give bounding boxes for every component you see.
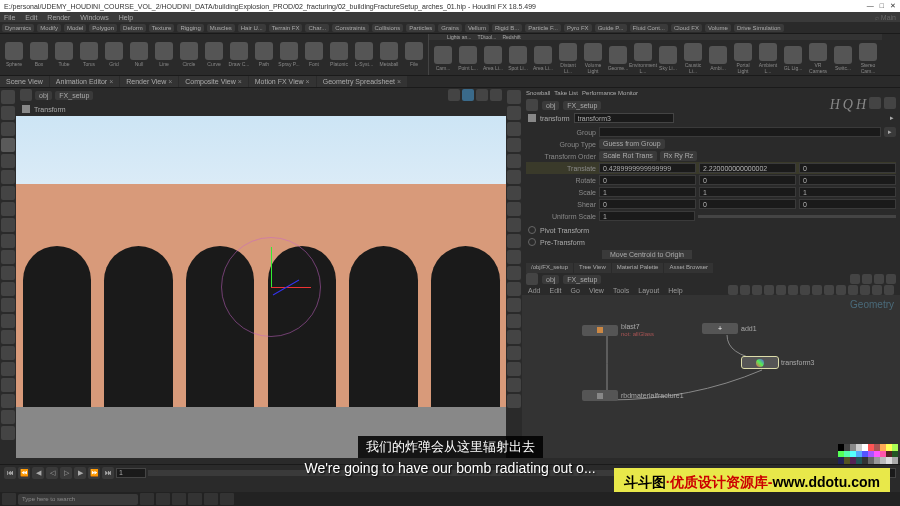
node-add[interactable]: + add1 [702, 323, 757, 334]
rotate-y[interactable] [699, 175, 796, 185]
move-centroid-button[interactable]: Move Centroid to Origin [602, 250, 692, 259]
timeline-first[interactable]: ⏮ [4, 467, 16, 479]
color-swatch[interactable] [892, 451, 898, 458]
timeline-next[interactable]: ▶ [74, 467, 86, 479]
shelf-light-2[interactable]: Area Li... [481, 43, 505, 74]
shelf-grid[interactable]: Grid [102, 36, 126, 73]
ntool-icon-5[interactable] [788, 285, 798, 295]
taskbar-app[interactable] [204, 493, 218, 505]
shelf-light-1[interactable]: Point L... [456, 43, 480, 74]
vtool-14[interactable] [507, 314, 521, 328]
color-palette[interactable] [838, 444, 898, 464]
taskbar-app[interactable] [188, 493, 202, 505]
light-tab-tdtools[interactable]: TDtool... [477, 34, 496, 40]
shelf-torus[interactable]: Torus [77, 36, 101, 73]
vtool-9[interactable] [507, 234, 521, 248]
ntool-icon-4[interactable] [776, 285, 786, 295]
nh-icon-2[interactable] [874, 274, 884, 284]
vtool-2[interactable] [507, 122, 521, 136]
tool-2[interactable] [1, 122, 15, 136]
taskbar-app[interactable] [220, 493, 234, 505]
breadcrumb-fx[interactable]: FX_setup [563, 101, 601, 110]
color-swatch[interactable] [892, 457, 898, 464]
shelf-light-5[interactable]: Distant Li... [556, 43, 580, 74]
tool-8[interactable] [1, 218, 15, 232]
nmenu-edit[interactable]: Edit [549, 287, 561, 294]
cat-grains[interactable]: Grains [438, 24, 462, 32]
vtool-5[interactable] [507, 170, 521, 184]
ntool-icon-7[interactable] [812, 285, 822, 295]
cat-muscles[interactable]: Muscles [207, 24, 235, 32]
cat-rigging[interactable]: Rigging [177, 24, 203, 32]
shelf-light-3[interactable]: Spot Li... [506, 43, 530, 74]
tool-12[interactable] [1, 282, 15, 296]
vtool-1[interactable] [507, 106, 521, 120]
cat-fluid[interactable]: Fluid Cont... [630, 24, 668, 32]
rtab-snowball[interactable]: Snowball [526, 90, 550, 96]
group-picker[interactable]: ▸ [884, 127, 896, 137]
cat-rigid[interactable]: Rigid B... [492, 24, 522, 32]
shelf-spray p...[interactable]: Spray P... [277, 36, 301, 73]
shelf-light-12[interactable]: Portal Light [731, 43, 755, 74]
tool-6[interactable] [1, 186, 15, 200]
shelf-sphere[interactable]: Sphere [2, 36, 26, 73]
tab-scene-view[interactable]: Scene View [0, 76, 49, 87]
shear-z[interactable] [799, 199, 896, 209]
tool-0[interactable] [1, 90, 15, 104]
shelf-light-14[interactable]: GL Lig... [781, 43, 805, 74]
tool-1[interactable] [1, 106, 15, 120]
tab-geo-spreadsheet[interactable]: Geometry Spreadsheet [317, 76, 407, 87]
vtool-3[interactable] [507, 138, 521, 152]
tool-14[interactable] [1, 314, 15, 328]
pre-transform-toggle[interactable] [528, 238, 536, 246]
shelf-file[interactable]: File [402, 36, 426, 73]
shelf-path[interactable]: Path [252, 36, 276, 73]
cat-char[interactable]: Char... [305, 24, 329, 32]
cat-terrain[interactable]: Terrain FX [269, 24, 303, 32]
shelf-light-17[interactable]: Stereo Cam... [856, 43, 880, 74]
tool-3[interactable] [1, 138, 15, 152]
cat-vellum[interactable]: Vellum [465, 24, 489, 32]
scale-y[interactable] [699, 187, 796, 197]
shelf-light-8[interactable]: Environment L... [631, 43, 655, 74]
menu-render[interactable]: Render [47, 14, 70, 21]
timeline-play-rev[interactable]: ◁ [46, 467, 58, 479]
rotate-z[interactable] [799, 175, 896, 185]
shelf-metaball[interactable]: Metaball [377, 36, 401, 73]
node-name-input[interactable] [574, 113, 674, 123]
vtool-12[interactable] [507, 282, 521, 296]
xform-order-select[interactable]: Scale Rot Trans [599, 151, 657, 161]
shear-x[interactable] [599, 199, 696, 209]
breadcrumb-obj[interactable]: obj [542, 275, 559, 284]
shelf-light-11[interactable]: Ambi... [706, 43, 730, 74]
ntool-icon-3[interactable] [764, 285, 774, 295]
cat-pyro[interactable]: Pyro FX [564, 24, 592, 32]
node-rbd[interactable]: rbdmaterialfracture1 [582, 390, 684, 401]
cat-constraints[interactable]: Constraints [332, 24, 368, 32]
pin-icon[interactable] [526, 99, 538, 111]
ntab-material[interactable]: Material Palette [612, 263, 664, 273]
ntool-icon-6[interactable] [800, 285, 810, 295]
timeline-prev[interactable]: ◀ [32, 467, 44, 479]
cat-hair[interactable]: Hair U... [238, 24, 266, 32]
timeline-prev-key[interactable]: ⏪ [18, 467, 30, 479]
ntool-icon-9[interactable] [836, 285, 846, 295]
nmenu-go[interactable]: Go [571, 287, 580, 294]
ntool-icon-11[interactable] [860, 285, 870, 295]
help-icon[interactable] [884, 97, 896, 109]
translate-z[interactable] [799, 163, 896, 173]
timeline-last[interactable]: ⏭ [102, 467, 114, 479]
tab-render-view[interactable]: Render View [120, 76, 178, 87]
cat-deform[interactable]: Deform [120, 24, 146, 32]
menu-help[interactable]: Help [119, 14, 133, 21]
shear-y[interactable] [699, 199, 796, 209]
houdini-h2-icon[interactable]: H [856, 97, 866, 113]
light-tab-redshift[interactable]: Redshift [502, 34, 520, 40]
menu-edit[interactable]: Edit [25, 14, 37, 21]
vtool-16[interactable] [507, 346, 521, 360]
ntab-asset[interactable]: Asset Browser [664, 263, 713, 273]
nh-icon-0[interactable] [850, 274, 860, 284]
shelf-light-0[interactable]: Cam... [431, 43, 455, 74]
nmenu-tools[interactable]: Tools [613, 287, 629, 294]
ntool-icon-13[interactable] [884, 285, 894, 295]
